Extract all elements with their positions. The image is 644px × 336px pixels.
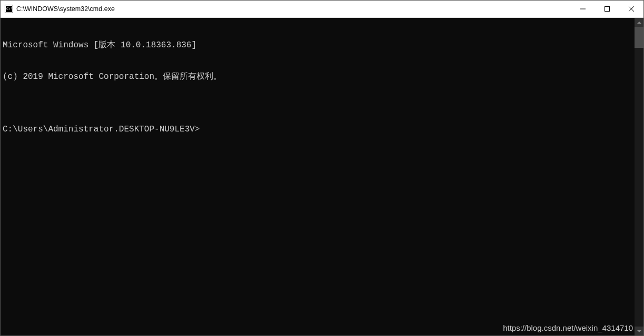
window-title: C:\WINDOWS\system32\cmd.exe xyxy=(16,5,571,13)
titlebar[interactable]: C:\ C:\WINDOWS\system32\cmd.exe xyxy=(1,1,643,18)
console-output[interactable]: Microsoft Windows [版本 10.0.18363.836] (c… xyxy=(1,18,635,335)
minimize-button[interactable] xyxy=(571,1,595,17)
cursor xyxy=(200,124,204,134)
vertical-scrollbar[interactable] xyxy=(635,18,643,335)
console-prompt: C:\Users\Administrator.DESKTOP-NU9LE3V> xyxy=(3,124,200,135)
scroll-thumb[interactable] xyxy=(635,27,643,48)
cmd-window: C:\ C:\WINDOWS\system32\cmd.exe Microsof… xyxy=(0,0,644,336)
console-line: (c) 2019 Microsoft Corporation。保留所有权利。 xyxy=(3,72,635,82)
console-line: Microsoft Windows [版本 10.0.18363.836] xyxy=(3,40,635,50)
svg-text:C:\: C:\ xyxy=(6,7,13,11)
scroll-down-arrow[interactable] xyxy=(635,327,643,335)
console-prompt-line: C:\Users\Administrator.DESKTOP-NU9LE3V> xyxy=(3,124,635,135)
console-container: Microsoft Windows [版本 10.0.18363.836] (c… xyxy=(1,18,643,335)
cmd-icon: C:\ xyxy=(5,5,13,13)
maximize-button[interactable] xyxy=(595,1,619,17)
close-button[interactable] xyxy=(619,1,643,17)
window-controls xyxy=(571,1,643,17)
svg-marker-8 xyxy=(637,22,641,24)
svg-rect-5 xyxy=(605,7,610,12)
scroll-up-arrow[interactable] xyxy=(635,18,643,27)
svg-marker-9 xyxy=(637,330,641,332)
